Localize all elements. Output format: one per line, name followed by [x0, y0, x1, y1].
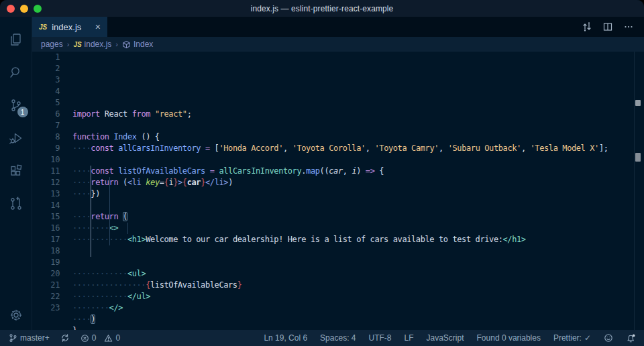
code-line-11[interactable]: ········<> — [72, 223, 644, 234]
line-number[interactable]: 18 — [32, 245, 60, 257]
code-line-2[interactable] — [72, 120, 644, 131]
indentation-setting[interactable]: Spaces: 4 — [320, 333, 356, 343]
code-token: ···· — [72, 178, 91, 187]
line-number[interactable]: 3 — [32, 74, 60, 86]
overview-ruler-marker — [635, 100, 641, 106]
line-number[interactable]: 16 — [32, 223, 60, 234]
code-token: </h1> — [503, 235, 526, 244]
code-token: = — [201, 143, 214, 153]
line-number[interactable]: 11 — [32, 166, 60, 177]
code-line-18[interactable]: ········</> — [72, 302, 644, 314]
line-number[interactable]: 20 — [32, 268, 60, 280]
code-token: allCarsInInventory — [219, 166, 301, 176]
code-token: ···· — [72, 143, 91, 153]
line-number[interactable]: 9 — [32, 143, 60, 154]
matched-bracket: ( — [123, 212, 127, 221]
code-token: { — [182, 178, 187, 187]
language-mode[interactable]: JavaScript — [427, 333, 464, 343]
code-line-20[interactable]: } — [72, 325, 644, 330]
breadcrumb-folder[interactable]: pages — [41, 40, 63, 49]
breadcrumb-file[interactable]: JS index.js — [73, 40, 111, 49]
gutter: 1234567891011121314151617181920212223 — [32, 52, 60, 330]
code-line-5[interactable] — [72, 154, 644, 166]
line-number[interactable]: 7 — [32, 120, 60, 131]
problems-status[interactable]: 0 0 — [80, 333, 120, 343]
code-line-6[interactable]: ····const listOfAvailableCars = allCarsI… — [72, 166, 644, 177]
line-number[interactable]: 22 — [32, 291, 60, 302]
variables-status[interactable]: Found 0 variables — [477, 333, 541, 343]
code-line-3[interactable]: function Index () { — [72, 131, 644, 143]
encoding-setting[interactable]: UTF-8 — [368, 333, 391, 343]
close-tab-icon[interactable]: × — [95, 22, 101, 32]
source-control-icon[interactable]: 1 — [0, 89, 32, 121]
code-line-15[interactable]: ············<ul> — [72, 268, 644, 280]
line-number[interactable]: 21 — [32, 280, 60, 291]
code-line-4[interactable]: ····const allCarsInInventory = ['Honda A… — [72, 143, 644, 154]
maximize-window-button[interactable] — [34, 5, 42, 13]
code-line-10[interactable]: ····return ( — [72, 211, 644, 223]
title-bar: index.js — eslint-prettier-react-example — [0, 0, 644, 17]
code-line-9[interactable] — [72, 200, 644, 211]
line-number[interactable]: 23 — [32, 302, 60, 314]
line-number[interactable]: 10 — [32, 154, 60, 166]
line-number[interactable]: 8 — [32, 131, 60, 143]
code-line-8[interactable]: ····}) — [72, 188, 644, 200]
cursor-position[interactable]: Ln 19, Col 6 — [264, 333, 307, 343]
code-token: ···· — [72, 314, 91, 324]
line-number[interactable]: 5 — [32, 97, 60, 109]
code-line-19[interactable]: ····) — [72, 314, 644, 325]
prettier-status[interactable]: Prettier: ✓ — [553, 333, 591, 343]
code-token: }) — [91, 189, 100, 198]
code-token: from — [132, 109, 150, 119]
code-token: ; — [187, 109, 192, 119]
tab-index-js[interactable]: JS index.js × — [32, 17, 107, 37]
line-number[interactable]: 14 — [32, 200, 60, 211]
line-number[interactable]: 1 — [32, 52, 60, 63]
code-line-13[interactable] — [72, 245, 644, 257]
breadcrumb-symbol[interactable]: Index — [122, 40, 153, 49]
git-branch-status[interactable]: master+ — [8, 333, 50, 343]
code-editor[interactable]: 1234567891011121314151617181920212223 im… — [32, 52, 644, 330]
eol-setting[interactable]: LF — [404, 333, 413, 343]
line-number[interactable]: 6 — [32, 109, 60, 120]
settings-gear-icon[interactable] — [0, 300, 32, 330]
code-token: listOfAvailableCars — [118, 166, 205, 176]
notifications-bell-icon[interactable] — [626, 333, 636, 343]
code-line-14[interactable] — [72, 257, 644, 268]
line-number[interactable]: 19 — [32, 257, 60, 268]
code-line-1[interactable]: import React from "react"; — [72, 109, 644, 120]
close-window-button[interactable] — [7, 5, 15, 13]
code-line-7[interactable]: ····return (<li key={i}>{car}</li>) — [72, 177, 644, 188]
code-token: </li> — [205, 178, 228, 187]
breadcrumb-separator: › — [115, 40, 118, 48]
line-number[interactable]: 15 — [32, 211, 60, 223]
line-number[interactable]: 12 — [32, 177, 60, 188]
more-actions-icon[interactable] — [623, 21, 634, 32]
code-area[interactable]: import React from "react";function Index… — [72, 52, 644, 330]
code-token: Index — [113, 132, 136, 141]
code-token: return — [91, 178, 118, 187]
minimize-window-button[interactable] — [20, 5, 28, 13]
code-token: 'Toyota Camry' — [374, 143, 439, 153]
split-editor-icon[interactable] — [602, 21, 613, 32]
line-number[interactable]: 13 — [32, 188, 60, 200]
explorer-icon[interactable] — [0, 23, 32, 56]
code-token: (( — [320, 166, 329, 176]
code-line-16[interactable]: ················{listOfAvailableCars} — [72, 280, 644, 291]
github-pr-icon[interactable] — [0, 187, 32, 220]
line-number[interactable]: 2 — [32, 63, 60, 74]
run-debug-icon[interactable] — [0, 121, 32, 154]
code-line-12[interactable]: ············<h1>Welcome to our car deale… — [72, 234, 644, 245]
search-icon[interactable] — [0, 56, 32, 89]
feedback-smiley-icon[interactable] — [604, 333, 613, 343]
sync-changes-button[interactable] — [60, 333, 70, 343]
code-token: </ul> — [127, 292, 150, 301]
code-token: ············ — [72, 292, 127, 301]
line-number[interactable]: 4 — [32, 86, 60, 97]
line-number[interactable]: 17 — [32, 234, 60, 245]
extensions-icon[interactable] — [0, 154, 32, 187]
open-changes-icon[interactable] — [582, 21, 592, 32]
window-controls — [7, 5, 42, 13]
code-line-17[interactable]: ············</ul> — [72, 291, 644, 302]
indent-guide — [109, 177, 110, 245]
